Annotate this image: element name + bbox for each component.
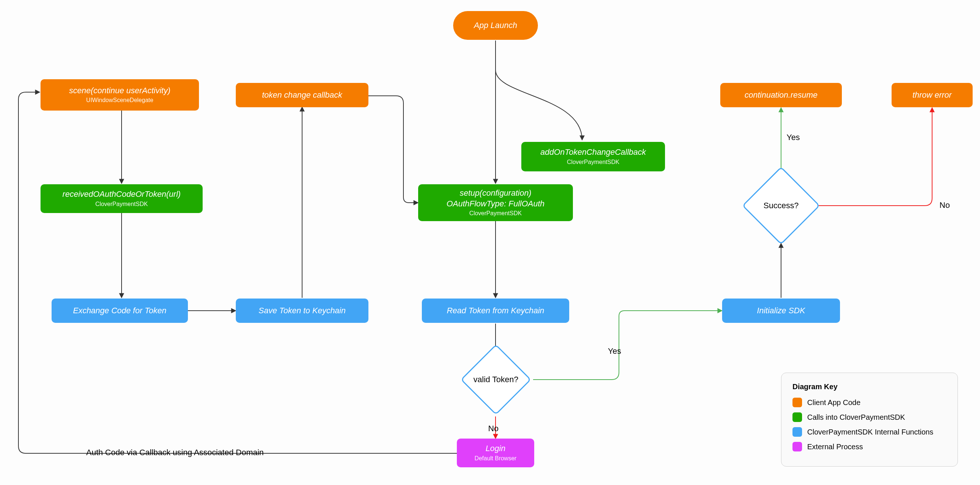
label: Save Token to Keychain	[259, 306, 345, 316]
legend-label: External Process	[807, 443, 863, 451]
node-login: Login Default Browser	[457, 439, 534, 467]
node-continuation-resume: continuation.resume	[720, 83, 842, 107]
node-save-token: Save Token to Keychain	[236, 298, 368, 323]
legend: Diagram Key Client App Code Calls into C…	[781, 373, 958, 467]
label: Login	[485, 444, 506, 454]
sublabel: UIWindowSceneDelegate	[86, 97, 153, 104]
decision-success: Success?	[743, 170, 819, 241]
label: addOnTokenChangeCallback	[541, 147, 646, 158]
label: App Launch	[474, 20, 517, 31]
swatch-orange	[792, 398, 802, 407]
node-setup-configuration: setup(configuration) OAuthFlowType: Full…	[418, 184, 573, 221]
edge-label-valid-no: No	[488, 424, 498, 433]
sublabel: CloverPaymentSDK	[567, 158, 619, 166]
legend-label: Calls into CloverPaymentSDK	[807, 413, 905, 421]
label: Initialize SDK	[757, 306, 805, 316]
legend-row: Client App Code	[792, 398, 947, 407]
node-add-on-token-change: addOnTokenChangeCallback CloverPaymentSD…	[521, 142, 665, 171]
edge-label-auth-callback: Auth Code via Callback using Associated …	[86, 448, 264, 457]
swatch-blue	[792, 427, 802, 437]
label: setup(configuration) OAuthFlowType: Full…	[447, 188, 544, 209]
label: Exchange Code for Token	[73, 306, 167, 316]
edge-label-success-yes: Yes	[787, 133, 800, 142]
sublabel: Default Browser	[474, 455, 517, 463]
edge-label-success-no: No	[939, 201, 950, 210]
legend-row: External Process	[792, 442, 947, 451]
edge-label-valid-yes: Yes	[608, 346, 621, 356]
decision-valid-token: valid Token?	[458, 354, 533, 405]
node-scene: scene(continue userActivity) UIWindowSce…	[41, 79, 199, 110]
node-initialize-sdk: Initialize SDK	[722, 298, 840, 323]
swatch-violet	[792, 442, 802, 451]
node-token-change-callback: token change callback	[236, 83, 368, 107]
sublabel: CloverPaymentSDK	[469, 210, 522, 217]
node-throw-error: throw error	[892, 83, 973, 107]
node-exchange-code: Exchange Code for Token	[52, 298, 188, 323]
label: receivedOAuthCodeOrToken(url)	[63, 189, 181, 200]
label: Success?	[764, 201, 799, 211]
legend-label: Client App Code	[807, 398, 861, 407]
legend-title: Diagram Key	[792, 383, 947, 391]
label: scene(continue userActivity)	[69, 86, 170, 96]
node-read-token: Read Token from Keychain	[422, 298, 569, 323]
label: Read Token from Keychain	[447, 306, 544, 316]
legend-label: CloverPaymentSDK Internal Functions	[807, 428, 933, 436]
node-received-oauth: receivedOAuthCodeOrToken(url) CloverPaym…	[41, 184, 203, 213]
legend-row: CloverPaymentSDK Internal Functions	[792, 427, 947, 437]
sublabel: CloverPaymentSDK	[95, 201, 148, 208]
label: token change callback	[262, 90, 342, 101]
label: throw error	[913, 90, 951, 101]
label: continuation.resume	[745, 90, 818, 101]
legend-row: Calls into CloverPaymentSDK	[792, 412, 947, 422]
label: valid Token?	[473, 375, 519, 384]
swatch-green	[792, 412, 802, 422]
node-app-launch: App Launch	[453, 11, 538, 40]
